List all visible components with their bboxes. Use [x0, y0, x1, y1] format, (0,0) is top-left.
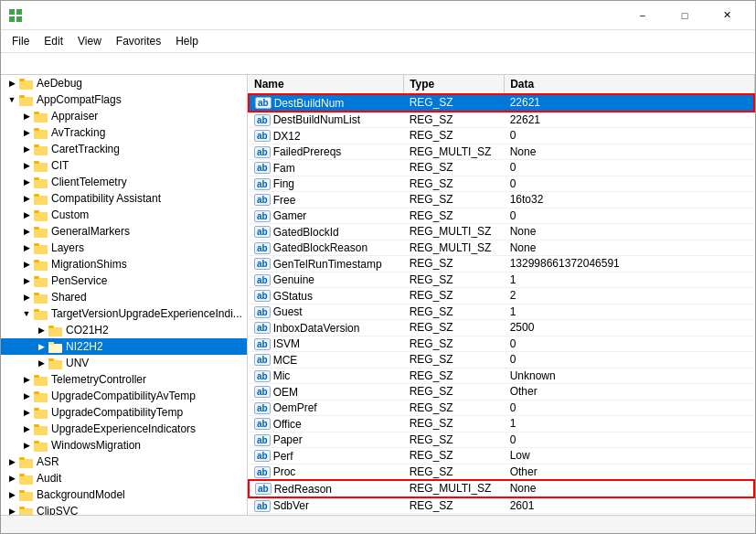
tree-item[interactable]: ▶UpgradeCompatibilityAvTemp — [1, 388, 247, 404]
svg-rect-48 — [34, 309, 39, 312]
folder-icon — [34, 274, 51, 287]
menu-file[interactable]: File — [5, 32, 37, 50]
table-row[interactable]: ab ISVMREG_SZ0 — [249, 336, 754, 352]
tree-item[interactable]: ▶ClientTelemetry — [1, 174, 247, 190]
tree-item[interactable]: ▶CO21H2 — [1, 322, 247, 338]
tree-item[interactable]: ▶Audit — [1, 470, 247, 486]
table-row[interactable]: ab MicREG_SZUnknown — [249, 368, 754, 384]
table-row[interactable]: ab RedReasonREG_MULTI_SZNone — [249, 480, 754, 497]
table-row[interactable]: ab GatedBlockIdREG_MULTI_SZNone — [249, 224, 754, 240]
ab-icon: ab — [255, 483, 272, 495]
table-row[interactable]: ab FamREG_SZ0 — [249, 160, 754, 176]
tree-item[interactable]: ▶UpgradeCompatibilityTemp — [1, 404, 247, 421]
svg-rect-54 — [48, 342, 54, 345]
reg-type-cell: REG_SZ — [404, 497, 505, 514]
table-row[interactable]: ab GamerREG_SZ0 — [249, 208, 754, 224]
reg-name-cell: ab Mic — [249, 368, 404, 384]
tree-item[interactable]: ▶AvTracking — [1, 124, 247, 141]
tree-item-label: ClientTelemetry — [51, 176, 127, 188]
table-row[interactable]: ab GStatusREG_SZ2 — [249, 288, 754, 304]
tree-expand-icon: ▶ — [19, 210, 34, 219]
tree-item-label: TargetVersionUpgradeExperienceIndi... — [51, 307, 242, 320]
tree-item[interactable]: ▶Compatibility Assistant — [1, 190, 247, 207]
table-row[interactable]: ab FreeREG_SZ16to32 — [249, 192, 754, 208]
minimize-button[interactable]: − — [622, 3, 664, 28]
reg-name-cell: ab GStatus — [249, 288, 404, 304]
tree-item[interactable]: ▶MigrationShims — [1, 256, 247, 272]
tree-item[interactable]: ▶Shared — [1, 289, 247, 305]
reg-data-cell: 2 — [505, 288, 754, 304]
folder-icon — [34, 110, 51, 123]
table-row[interactable]: ab MCEREG_SZ0 — [249, 352, 754, 368]
tree-item[interactable]: ▶GeneralMarkers — [1, 223, 247, 240]
reg-name-cell: ab InboxDataVersion — [249, 320, 404, 336]
reg-name-cell: ab MCE — [249, 352, 404, 368]
table-row[interactable]: ab SdbVerREG_SZ2601 — [249, 497, 754, 514]
registry-table: Name Type Data ab DestBuildNumREG_SZ2262… — [248, 75, 755, 515]
table-row[interactable]: ab FailedPrereqsREG_MULTI_SZNone — [249, 144, 754, 160]
menu-help[interactable]: Help — [168, 32, 206, 50]
table-row[interactable]: ab OEMREG_SZOther — [249, 384, 754, 400]
status-bar — [1, 515, 755, 533]
table-row[interactable]: ab PerfREG_SZLow — [249, 448, 754, 465]
reg-name-cell: ab RedReason — [249, 480, 404, 497]
tree-item[interactable]: ▼AppCompatFlags — [1, 91, 247, 108]
reg-name-cell: ab GenTelRunTimestamp — [249, 256, 404, 272]
col-name: Name — [249, 75, 404, 94]
tree-item-label: AeDebug — [37, 77, 82, 90]
tree-item[interactable]: ▶ClipSVC — [1, 503, 247, 515]
reg-data-cell: 0 — [505, 208, 754, 224]
data-pane[interactable]: Name Type Data ab DestBuildNumREG_SZ2262… — [248, 75, 755, 515]
table-row[interactable]: ab GatedBlockReasonREG_MULTI_SZNone — [249, 240, 754, 256]
reg-type-icon: ab InboxDataVersion — [254, 322, 359, 335]
tree-expand-icon: ▶ — [19, 375, 34, 384]
folder-icon — [19, 505, 37, 515]
table-row[interactable]: ab GuestREG_SZ1 — [249, 304, 754, 320]
table-row[interactable]: ab GenTelRunTimestampREG_SZ1329986613720… — [249, 256, 754, 272]
reg-type-cell: REG_SZ — [404, 256, 505, 272]
menu-edit[interactable]: Edit — [37, 32, 70, 50]
reg-name-cell: ab GatedBlockId — [249, 224, 404, 240]
reg-type-cell: REG_SZ — [404, 432, 505, 448]
tree-item[interactable]: ▼TargetVersionUpgradeExperienceIndi... — [1, 305, 247, 322]
tree-item[interactable]: ▶UpgradeExperienceIndicators — [1, 421, 247, 437]
table-row[interactable]: ab OfficeREG_SZ1 — [249, 416, 754, 433]
tree-item[interactable]: ▶ASR — [1, 454, 247, 470]
tree-item[interactable]: ▶PenService — [1, 272, 247, 289]
tree-expand-icon: ▶ — [19, 227, 34, 236]
tree-item[interactable]: ▶AeDebug — [1, 75, 247, 91]
tree-item[interactable]: ▶Custom — [1, 207, 247, 223]
tree-expand-icon: ▶ — [34, 342, 48, 351]
tree-item[interactable]: ▶Appraiser — [1, 108, 247, 124]
svg-rect-81 — [19, 490, 25, 493]
table-row[interactable]: ab OemPrefREG_SZ0 — [249, 400, 754, 416]
tree-item-label: ClipSVC — [37, 505, 78, 515]
tree-item[interactable]: ▶CIT — [1, 157, 247, 174]
tree-item[interactable]: ▶Layers — [1, 240, 247, 256]
table-row[interactable]: ab DestBuildNumREG_SZ22621 — [249, 94, 754, 112]
table-row[interactable]: ab GenuineREG_SZ1 — [249, 272, 754, 288]
reg-type-cell: REG_SZ — [404, 320, 505, 336]
maximize-button[interactable]: □ — [664, 3, 706, 28]
svg-rect-33 — [34, 227, 39, 230]
tree-item[interactable]: ▶WindowsMigration — [1, 437, 247, 454]
ab-icon: ab — [254, 386, 271, 398]
menu-view[interactable]: View — [70, 32, 109, 50]
tree-item[interactable]: ▶BackgroundModel — [1, 486, 247, 503]
table-row[interactable]: ab DX12REG_SZ0 — [249, 128, 754, 144]
ab-icon: ab — [254, 418, 271, 430]
tree-item[interactable]: ▶CaretTracking — [1, 141, 247, 157]
close-button[interactable]: ✕ — [706, 3, 748, 28]
table-row[interactable]: ab DestBuildNumListREG_SZ22621 — [249, 112, 754, 128]
table-row[interactable]: ab PaperREG_SZ0 — [249, 432, 754, 448]
table-row[interactable]: ab InboxDataVersionREG_SZ2500 — [249, 320, 754, 336]
tree-item[interactable]: ▶NI22H2 — [1, 338, 247, 355]
reg-type-cell: REG_SZ — [404, 272, 505, 288]
tree-item[interactable]: ▶TelemetryController — [1, 371, 247, 388]
tree-item[interactable]: ▶UNV — [1, 355, 247, 371]
table-row[interactable]: ab ProcREG_SZOther — [249, 464, 754, 480]
menu-favorites[interactable]: Favorites — [109, 32, 168, 50]
table-row[interactable]: ab FingREG_SZ0 — [249, 176, 754, 192]
tree-pane[interactable]: ▶AeDebug▼AppCompatFlags▶Appraiser▶AvTrac… — [1, 75, 248, 515]
reg-data-cell: 0 — [505, 400, 754, 416]
